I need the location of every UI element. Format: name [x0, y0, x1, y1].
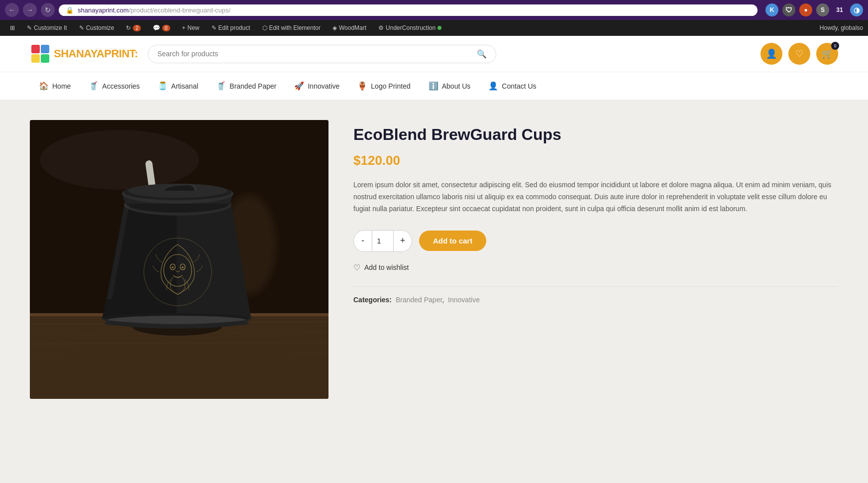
svg-point-1	[40, 130, 199, 190]
logo-squares	[31, 45, 49, 63]
branded-paper-icon: 🥤	[216, 81, 226, 91]
logo-sq-blue	[41, 45, 49, 53]
ext-num-icon[interactable]: 31	[833, 3, 846, 16]
account-button[interactable]: 👤	[760, 43, 782, 65]
logo-icon	[30, 43, 51, 64]
search-input[interactable]	[157, 50, 472, 58]
customize-icon: ✎	[79, 24, 84, 31]
elementor-icon: ⬡	[262, 24, 267, 31]
product-page: EcoBlend BrewGuard Cups $120.00 Lorem ip…	[0, 100, 868, 419]
accessories-icon: 🥤	[89, 81, 99, 91]
wishlist-heart-icon: ♡	[353, 263, 360, 272]
product-price: $120.00	[353, 153, 838, 168]
nav-home[interactable]: 🏠 Home	[30, 72, 80, 100]
quantity-control: - +	[353, 230, 412, 252]
nav-artisanal[interactable]: 🫙 Artisanal	[149, 72, 207, 100]
comments-item[interactable]: 💬 0	[148, 20, 175, 36]
product-image-main	[30, 120, 328, 399]
quantity-input[interactable]	[372, 231, 394, 251]
cart-icon: 🛒	[822, 48, 833, 59]
cart-button[interactable]: 🛒 0	[816, 43, 838, 65]
new-icon: +	[182, 24, 186, 31]
product-image-svg	[30, 120, 328, 399]
wordpress-icon: ⊞	[10, 24, 15, 31]
ext-shield-icon[interactable]: 🛡	[782, 3, 795, 16]
reload-button[interactable]: ↻	[41, 3, 55, 17]
browser-chrome: ← → ↻ 🔒 shanayaprint.com/product/ecoblen…	[0, 0, 868, 20]
back-button[interactable]: ←	[5, 3, 19, 17]
purchase-row: - + Add to cart	[353, 230, 838, 252]
comments-icon: 💬	[153, 24, 160, 31]
browser-extension-icons: K 🛡 ● S 31 ◑	[765, 3, 863, 16]
customize-it-icon: ✎	[27, 24, 32, 31]
wp-logo-item[interactable]: ⊞	[5, 20, 20, 36]
underconstruction-item[interactable]: ⚙ UnderConstruction	[373, 20, 446, 36]
underconstruction-icon: ⚙	[378, 24, 384, 31]
about-us-icon: ℹ️	[429, 81, 438, 91]
edit-product-icon: ✎	[212, 24, 217, 31]
search-icon: 🔍	[477, 49, 487, 59]
site-header: SHANAYAPRINT: 🔍 👤 ♡ 🛒 0	[0, 36, 868, 72]
nav-contact-us[interactable]: 👤 Contact Us	[479, 72, 545, 100]
woodmart-item[interactable]: ◈ WoodMart	[327, 20, 371, 36]
logo-text: SHANAYAPRINT:	[54, 47, 138, 60]
site-navigation: 🏠 Home 🥤 Accessories 🫙 Artisanal 🥤 Brand…	[0, 72, 868, 100]
product-divider	[353, 286, 838, 287]
artisanal-icon: 🫙	[158, 81, 168, 91]
category-branded-paper[interactable]: Branded Paper	[396, 296, 442, 304]
new-item[interactable]: + New	[177, 20, 205, 36]
quantity-plus-button[interactable]: +	[394, 231, 412, 251]
howdy-text: Howdy, globalso	[820, 24, 863, 31]
categories-row: Categories: Branded Paper, Innovative	[353, 296, 838, 304]
updates-icon: ↻	[126, 24, 131, 31]
header-actions: 👤 ♡ 🛒 0	[760, 43, 838, 65]
category-innovative[interactable]: Innovative	[448, 296, 480, 304]
search-bar[interactable]: 🔍	[148, 45, 496, 63]
nav-logo-printed[interactable]: 🏺 Logo Printed	[348, 72, 419, 100]
wishlist-button[interactable]: ♡	[788, 43, 810, 65]
add-to-cart-button[interactable]: Add to cart	[419, 231, 486, 251]
url-display: shanayaprint.com/product/ecoblend-brewgu…	[78, 6, 230, 14]
account-icon: 👤	[766, 48, 777, 59]
logo-sq-green	[41, 54, 49, 63]
customize-it-item[interactable]: ✎ Customize It	[22, 20, 72, 36]
innovative-icon: 🚀	[294, 81, 304, 91]
svg-point-20	[172, 266, 174, 268]
add-to-wishlist-label: Add to wishlist	[364, 263, 409, 271]
updates-item[interactable]: ↻ 2	[121, 20, 146, 36]
edit-elementor-item[interactable]: ⬡ Edit with Elementor	[257, 20, 326, 36]
forward-button[interactable]: →	[23, 3, 37, 17]
nav-branded-paper[interactable]: 🥤 Branded Paper	[207, 72, 285, 100]
address-bar[interactable]: 🔒 shanayaprint.com/product/ecoblend-brew…	[59, 4, 758, 16]
site-logo[interactable]: SHANAYAPRINT:	[30, 43, 138, 64]
ext-k-icon[interactable]: K	[765, 3, 778, 16]
product-details: EcoBlend BrewGuard Cups $120.00 Lorem ip…	[353, 120, 838, 399]
ext-red-icon[interactable]: ●	[799, 3, 812, 16]
categories-label: Categories:	[353, 296, 392, 304]
nav-about-us[interactable]: ℹ️ About Us	[420, 72, 480, 100]
logo-sq-red	[31, 45, 40, 53]
online-status-dot	[437, 26, 441, 30]
home-icon: 🏠	[39, 81, 49, 91]
logo-sq-yellow	[31, 54, 40, 63]
cart-badge: 0	[831, 42, 839, 50]
product-description: Lorem ipsum dolor sit amet, consectetur …	[353, 179, 838, 215]
customize-item[interactable]: ✎ Customize	[74, 20, 119, 36]
woodmart-logo-icon: ◈	[332, 24, 337, 31]
nav-accessories[interactable]: 🥤 Accessories	[80, 72, 148, 100]
edit-product-item[interactable]: ✎ Edit product	[207, 20, 255, 36]
nav-innovative[interactable]: 🚀 Innovative	[285, 72, 348, 100]
ext-s-icon[interactable]: S	[816, 3, 829, 16]
wp-admin-bar: ⊞ ✎ Customize It ✎ Customize ↻ 2 💬 0 + N…	[0, 20, 868, 36]
svg-point-21	[182, 266, 184, 268]
contact-us-icon: 👤	[488, 81, 498, 91]
product-title: EcoBlend BrewGuard Cups	[353, 125, 838, 144]
product-image-area	[30, 120, 328, 399]
ext-blue-icon[interactable]: ◑	[850, 3, 863, 16]
heart-icon: ♡	[795, 48, 803, 59]
logo-printed-icon: 🏺	[357, 81, 367, 91]
wishlist-row[interactable]: ♡ Add to wishlist	[353, 263, 838, 272]
quantity-minus-button[interactable]: -	[354, 231, 372, 251]
